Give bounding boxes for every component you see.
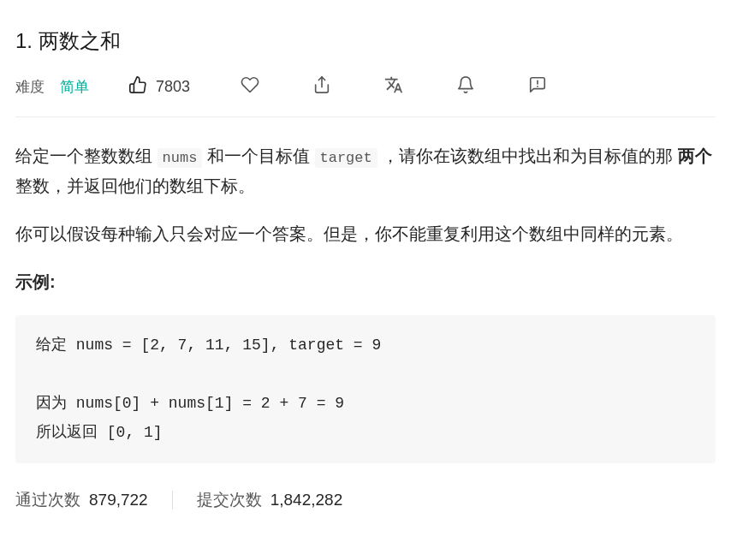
description-paragraph-2: 你可以假设每种输入只会对应一个答案。但是，你不能重复利用这个数组中同样的元素。 — [15, 219, 716, 248]
accepted-value: 879,722 — [89, 491, 148, 509]
feedback-button[interactable] — [527, 76, 548, 97]
like-button[interactable]: 7803 — [128, 75, 190, 98]
text-segment: 给定一个整数数组 — [15, 146, 157, 165]
feedback-icon — [528, 75, 547, 98]
favorite-button[interactable] — [240, 76, 260, 97]
text-segment: 和一个目标值 — [202, 146, 314, 165]
notification-button[interactable] — [455, 76, 476, 97]
heart-icon — [241, 75, 259, 98]
bold-text: 两个 — [678, 146, 712, 165]
submissions-value: 1,842,282 — [270, 491, 343, 509]
example-code-block: 给定 nums = [2, 7, 11, 15], target = 9 因为 … — [15, 315, 716, 463]
likes-count: 7803 — [156, 78, 190, 96]
problem-description: 给定一个整数数组 nums 和一个目标值 target ，请你在该数组中找出和为… — [15, 117, 716, 511]
text-segment: 整数，并返回他们的数组下标。 — [15, 176, 255, 195]
meta-row: 难度 简单 7803 — [15, 75, 716, 117]
description-paragraph-1: 给定一个整数数组 nums 和一个目标值 target ，请你在该数组中找出和为… — [15, 141, 716, 200]
inline-code-target: target — [315, 148, 377, 168]
share-button[interactable] — [312, 76, 332, 97]
problem-title: 1. 两数之和 — [15, 27, 716, 55]
difficulty-value: 简单 — [60, 77, 89, 97]
difficulty-label: 难度 — [15, 77, 45, 97]
translate-button[interactable] — [383, 76, 404, 97]
share-icon — [312, 75, 331, 98]
thumbs-up-icon — [128, 75, 147, 98]
stats-row: 通过次数 879,722 提交次数 1,842,282 — [15, 489, 716, 511]
stat-divider — [172, 491, 173, 509]
inline-code-nums: nums — [157, 148, 203, 168]
accepted-label: 通过次数 — [15, 489, 80, 511]
bell-icon — [456, 75, 475, 98]
example-label: 示例: — [15, 267, 716, 296]
translate-icon — [384, 75, 403, 98]
text-segment: ，请你在该数组中找出和为目标值的那 — [377, 146, 678, 165]
submissions-label: 提交次数 — [197, 489, 262, 511]
